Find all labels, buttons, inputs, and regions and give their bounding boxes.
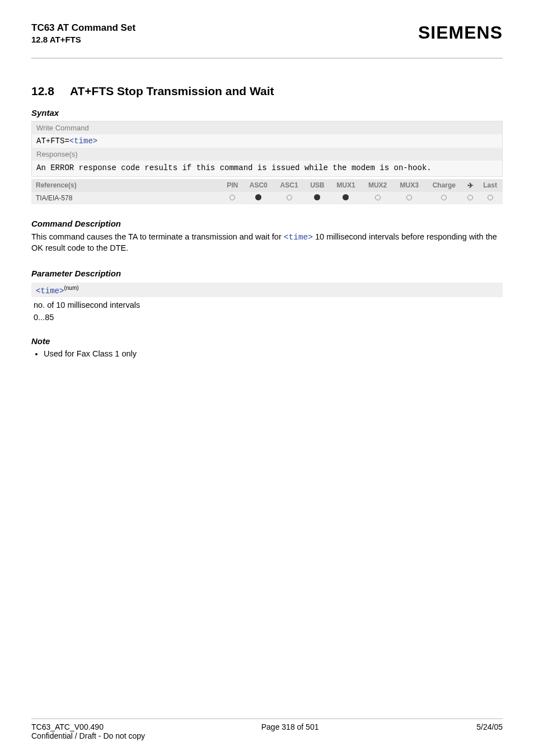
page-header: TC63 AT Command Set 12.8 AT+FTS SIEMENS — [31, 22, 503, 44]
param-sup: (num) — [64, 285, 78, 291]
page-footer: TC63_ATC_V00.490 Page 318 of 501 5/24/05… — [31, 719, 503, 756]
ref-cell-mux2 — [362, 192, 394, 204]
ref-table-body-row: TIA/EIA-578 — [31, 192, 503, 204]
ref-cell-last — [477, 192, 503, 204]
ref-header-mux2: MUX2 — [362, 179, 394, 192]
ref-cell-asc0 — [243, 192, 274, 204]
circle-open-icon — [287, 195, 292, 200]
ref-cell-asc1 — [274, 192, 305, 204]
airplane-icon: ✈ — [467, 181, 474, 190]
cmd-desc-inline-code: <time> — [284, 233, 313, 242]
footer-divider — [31, 719, 503, 719]
section-heading: 12.8 AT+FTS Stop Transmission and Wait — [31, 84, 503, 98]
ref-cell-pin — [222, 192, 243, 204]
circle-filled-icon — [343, 194, 349, 200]
circle-open-icon — [488, 195, 493, 200]
ref-cell-mux3 — [394, 192, 425, 204]
section-number: 12.8 — [31, 84, 54, 98]
ref-value: TIA/EIA-578 — [31, 192, 222, 204]
parameter-code-box: <time>(num) — [31, 283, 503, 298]
responses-text: An ERROR response code results if this c… — [32, 161, 502, 176]
param-desc-1: no. of 10 millisecond intervals — [31, 300, 503, 309]
responses-label: Response(s) — [32, 148, 502, 161]
ref-header-mux1: MUX1 — [330, 179, 362, 192]
reference-table: Reference(s) PIN ASC0 ASC1 USB MUX1 MUX2… — [31, 179, 503, 204]
header-divider — [31, 58, 503, 59]
parameter-description-heading: Parameter Description — [31, 269, 503, 278]
circle-open-icon — [406, 195, 412, 200]
write-command-code: AT+FTS=<time> — [32, 134, 502, 148]
ref-header-mux3: MUX3 — [394, 179, 425, 192]
circle-filled-icon — [314, 194, 320, 200]
ref-header-airplane: ✈ — [463, 179, 477, 192]
note-item: Used for Fax Class 1 only — [44, 349, 503, 358]
syntax-label: Syntax — [31, 108, 503, 118]
brand-logo: SIEMENS — [418, 22, 503, 43]
footer-right: 5/24/05 — [476, 722, 503, 731]
ref-header-usb: USB — [305, 179, 330, 192]
command-description-heading: Command Description — [31, 219, 503, 228]
ref-header-last: Last — [477, 179, 503, 192]
ref-cell-airplane — [463, 192, 477, 204]
param-desc-2: 0...85 — [31, 313, 503, 322]
header-left: TC63 AT Command Set 12.8 AT+FTS — [31, 22, 135, 44]
circle-open-icon — [375, 195, 381, 200]
code-param: <time> — [69, 137, 97, 145]
ref-table-header-row: Reference(s) PIN ASC0 ASC1 USB MUX1 MUX2… — [31, 179, 503, 192]
circle-open-icon — [441, 195, 447, 200]
cmd-desc-before: This command causes the TA to terminate … — [31, 232, 284, 241]
circle-open-icon — [229, 195, 235, 200]
footer-center: Page 318 of 501 — [261, 722, 319, 731]
ref-cell-mux1 — [330, 192, 362, 204]
doc-section-ref: 12.8 AT+FTS — [31, 35, 135, 44]
syntax-box: Write Command AT+FTS=<time> Response(s) … — [31, 121, 503, 177]
circle-filled-icon — [255, 194, 261, 200]
command-description-text: This command causes the TA to terminate … — [31, 232, 503, 254]
code-prefix: AT+FTS= — [36, 137, 69, 145]
circle-open-icon — [467, 195, 473, 200]
ref-header-asc1: ASC1 — [274, 179, 305, 192]
footer-left: TC63_ATC_V00.490 — [31, 722, 104, 731]
write-command-label: Write Command — [32, 121, 502, 134]
ref-cell-charge — [425, 192, 463, 204]
ref-header-asc0: ASC0 — [243, 179, 274, 192]
doc-title: TC63 AT Command Set — [31, 22, 135, 34]
ref-cell-usb — [305, 192, 330, 204]
param-code: <time> — [36, 286, 64, 295]
section-title: AT+FTS Stop Transmission and Wait — [70, 84, 274, 98]
ref-header-references: Reference(s) — [31, 179, 222, 192]
ref-header-charge: Charge — [425, 179, 463, 192]
note-heading: Note — [31, 336, 503, 346]
ref-header-pin: PIN — [222, 179, 243, 192]
note-list: Used for Fax Class 1 only — [31, 349, 503, 358]
footer-sub: Confidential / Draft - Do not copy — [31, 731, 503, 740]
